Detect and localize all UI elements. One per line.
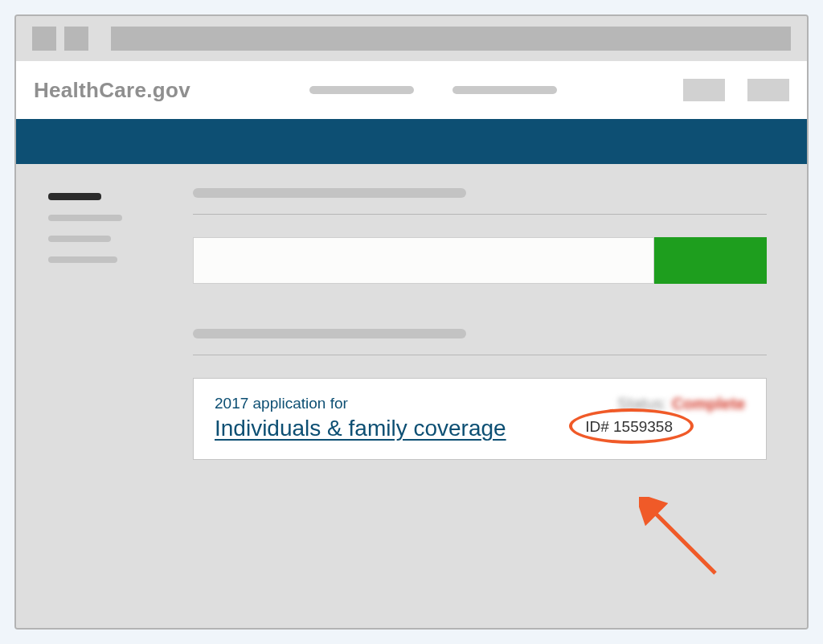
browser-window: HealthCare.gov 2017 application bbox=[14, 14, 809, 630]
divider bbox=[193, 214, 767, 215]
divider bbox=[193, 355, 767, 355]
application-year-line: 2017 application for bbox=[215, 395, 560, 412]
application-title-link[interactable]: Individuals & family coverage bbox=[215, 416, 506, 441]
nav-link-placeholder[interactable] bbox=[452, 86, 557, 94]
primary-button[interactable] bbox=[654, 237, 767, 284]
text-input[interactable] bbox=[193, 237, 654, 284]
header-button[interactable] bbox=[683, 79, 725, 101]
sidebar-item[interactable] bbox=[48, 256, 117, 263]
section-heading-placeholder bbox=[193, 329, 466, 338]
address-bar[interactable] bbox=[111, 27, 791, 51]
browser-chrome bbox=[16, 16, 807, 61]
sidebar bbox=[48, 188, 161, 628]
action-row bbox=[193, 237, 767, 284]
main-panel: 2017 application for Individuals & famil… bbox=[193, 188, 775, 628]
application-status: Status: Complete bbox=[560, 395, 745, 413]
application-card: 2017 application for Individuals & famil… bbox=[193, 378, 767, 460]
browser-control bbox=[32, 27, 56, 51]
sidebar-item[interactable] bbox=[48, 236, 111, 242]
section-heading-placeholder bbox=[193, 188, 466, 198]
status-label: Status: bbox=[617, 395, 667, 412]
sidebar-item[interactable] bbox=[48, 215, 122, 221]
header-button[interactable] bbox=[747, 79, 789, 101]
sidebar-item-active[interactable] bbox=[48, 193, 101, 200]
status-value: Complete bbox=[672, 395, 745, 412]
application-id: ID# 1559358 bbox=[585, 418, 673, 435]
nav-link-placeholder[interactable] bbox=[309, 86, 414, 94]
application-info: 2017 application for Individuals & famil… bbox=[215, 395, 560, 441]
application-meta: Status: Complete ID# 1559358 bbox=[560, 395, 745, 436]
content-area: 2017 application for Individuals & famil… bbox=[16, 164, 807, 628]
site-brand[interactable]: HealthCare.gov bbox=[34, 78, 190, 103]
secondary-nav-bar bbox=[16, 119, 807, 164]
application-id-wrap: ID# 1559358 bbox=[585, 418, 673, 436]
browser-control bbox=[64, 27, 88, 51]
site-header: HealthCare.gov bbox=[16, 61, 807, 119]
